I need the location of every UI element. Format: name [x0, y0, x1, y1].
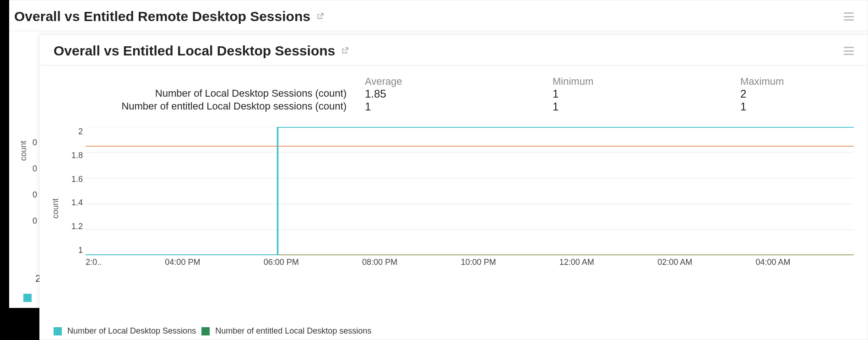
- col-average: Average: [365, 76, 548, 88]
- remote-ytick: 0: [33, 216, 37, 226]
- ytick: 1: [78, 246, 83, 255]
- xtick: 02:00 AM: [657, 258, 692, 267]
- ytick: 1.8: [71, 151, 83, 160]
- panel-local-title: Overall vs Entitled Local Desktop Sessio…: [54, 43, 335, 59]
- row-label: Number of entitled Local Desktop session…: [54, 100, 360, 113]
- chart-ylabel: count: [51, 198, 60, 219]
- legend-label-2: Number of entitled Local Desktop session…: [215, 326, 371, 336]
- remote-ylabel: count: [19, 141, 28, 161]
- cell-avg: 1.85: [365, 88, 548, 100]
- xtick: 12:00 AM: [559, 258, 594, 267]
- cell-min: 1: [553, 100, 736, 113]
- chart-xticks: 2:0.. 04:00 PM 06:00 PM 08:00 PM 10:00 P…: [86, 258, 854, 267]
- remote-yticks: 0 0 0 0: [33, 138, 37, 242]
- row-label: Number of Local Desktop Sessions (count): [54, 88, 360, 100]
- cell-max: 1: [740, 100, 868, 113]
- ytick: 1.6: [71, 175, 83, 184]
- popout-icon[interactable]: [341, 47, 349, 55]
- ytick: 2: [78, 127, 83, 137]
- cell-min: 1: [553, 88, 736, 100]
- panel-remote-title: Overall vs Entitled Remote Desktop Sessi…: [14, 9, 310, 24]
- chart-plot[interactable]: [86, 127, 854, 255]
- popout-icon[interactable]: [316, 12, 324, 21]
- panel-remote-header: Overall vs Entitled Remote Desktop Sessi…: [0, 0, 868, 31]
- col-minimum: Minimum: [553, 76, 736, 88]
- xtick: 08:00 PM: [362, 258, 397, 267]
- legend-chip-2: [201, 327, 210, 335]
- col-maximum: Maximum: [740, 76, 868, 88]
- remote-ytick: 0: [33, 138, 37, 148]
- chart-legend: Number of Local Desktop Sessions Number …: [54, 326, 371, 336]
- chart-yticks: 2 1.8 1.6 1.4 1.2 1: [67, 127, 83, 255]
- frame-black-bottom: [0, 308, 39, 340]
- panel-local-header: Overall vs Entitled Local Desktop Sessio…: [40, 35, 868, 66]
- xtick: 2:0..: [86, 258, 102, 267]
- xtick: 04:00 PM: [165, 258, 200, 267]
- panel-menu-icon[interactable]: [844, 12, 854, 21]
- stats-table: Average Minimum Maximum Number of Local …: [40, 66, 868, 118]
- legend-chip-1: [54, 327, 62, 335]
- cell-avg: 1: [365, 100, 548, 113]
- chart-area: count 2 1.8 1.6 1.4 1.2 1 2:0.. 04:00 PM…: [54, 127, 854, 278]
- panel-menu-icon[interactable]: [844, 47, 854, 55]
- xtick: 06:00 PM: [264, 258, 299, 267]
- xtick: 10:00 PM: [461, 258, 496, 267]
- legend-label-1: Number of Local Desktop Sessions: [67, 326, 196, 336]
- cell-max: 2: [740, 88, 868, 100]
- remote-ytick: 0: [33, 190, 37, 200]
- remote-ytick: 0: [33, 164, 37, 174]
- frame-black-left: [0, 0, 9, 340]
- panel-local-sessions: Overall vs Entitled Local Desktop Sessio…: [39, 34, 868, 340]
- ytick: 1.2: [71, 222, 83, 231]
- remote-legend-chip: [23, 294, 32, 302]
- ytick: 1.4: [71, 198, 83, 208]
- xtick: 04:00 AM: [756, 258, 791, 267]
